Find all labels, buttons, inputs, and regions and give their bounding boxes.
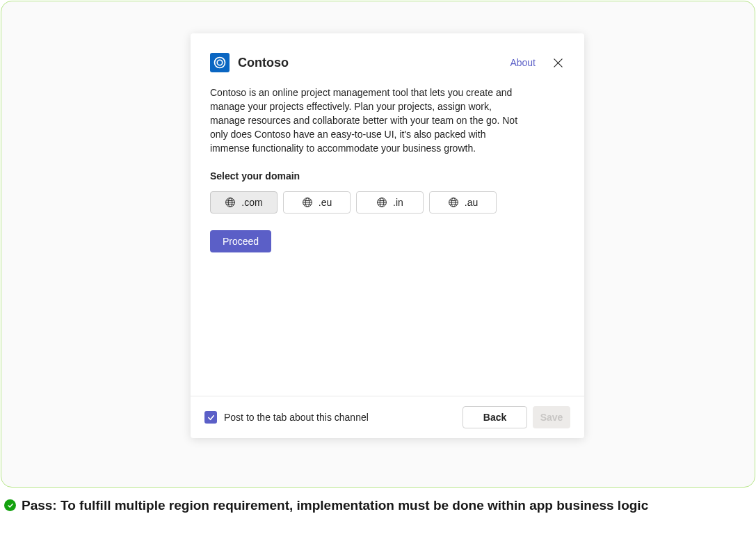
dialog-footer: Post to the tab about this channel Back … — [191, 396, 584, 438]
dialog-body: Contoso is an online project management … — [191, 72, 584, 252]
app-title: Contoso — [238, 56, 510, 70]
domain-label: .eu — [319, 197, 332, 208]
app-logo — [210, 53, 230, 72]
domain-label: .com — [241, 197, 262, 208]
check-icon — [207, 414, 215, 421]
app-description: Contoso is an online project management … — [210, 86, 519, 155]
close-icon — [553, 58, 563, 68]
pass-text: Pass: To fulfill multiple region require… — [22, 497, 648, 515]
about-link[interactable]: About — [510, 57, 536, 68]
svg-point-1 — [217, 60, 223, 65]
proceed-button[interactable]: Proceed — [210, 230, 271, 252]
pass-message: Pass: To fulfill multiple region require… — [0, 488, 756, 515]
post-checkbox-wrap: Post to the tab about this channel — [204, 411, 463, 424]
save-button[interactable]: Save — [533, 406, 570, 428]
example-container: Contoso About Contoso is an online proje… — [1, 1, 755, 488]
domain-label: .au — [465, 197, 478, 208]
globe-icon — [225, 197, 236, 208]
domain-option-com[interactable]: .com — [210, 191, 278, 214]
dialog-header: Contoso About — [191, 33, 584, 72]
app-config-dialog: Contoso About Contoso is an online proje… — [191, 33, 584, 438]
close-button[interactable] — [551, 56, 565, 70]
footer-actions: Back Save — [463, 406, 570, 428]
post-checkbox-label: Post to the tab about this channel — [224, 412, 369, 423]
post-checkbox[interactable] — [204, 411, 217, 424]
globe-icon — [376, 197, 387, 208]
globe-icon — [302, 197, 313, 208]
domain-option-eu[interactable]: .eu — [283, 191, 351, 214]
svg-point-0 — [215, 58, 225, 68]
pass-check-icon — [4, 499, 16, 511]
domain-section-label: Select your domain — [210, 170, 565, 182]
back-button[interactable]: Back — [463, 406, 527, 428]
domain-options: .com .eu — [210, 191, 565, 214]
domain-option-au[interactable]: .au — [429, 191, 497, 214]
domain-option-in[interactable]: .in — [356, 191, 424, 214]
globe-icon — [448, 197, 459, 208]
domain-label: .in — [393, 197, 403, 208]
